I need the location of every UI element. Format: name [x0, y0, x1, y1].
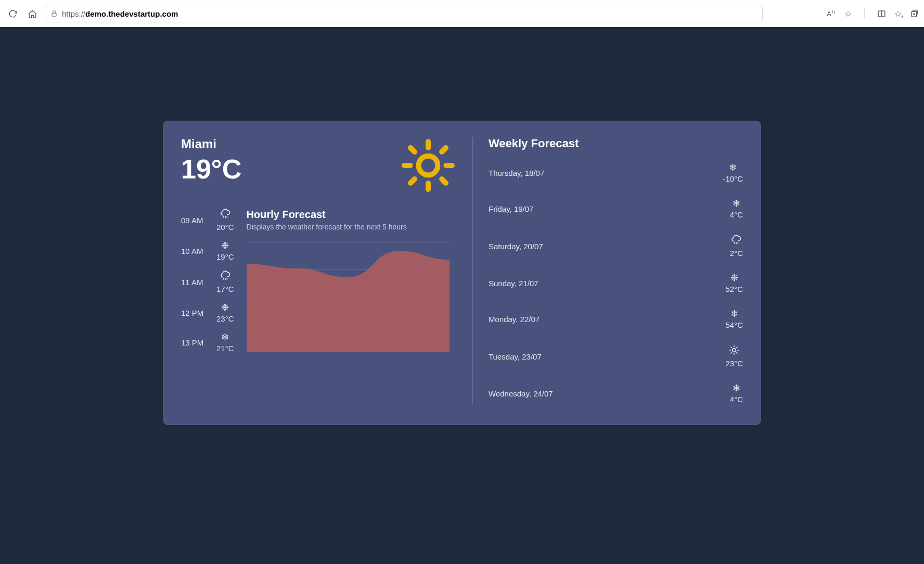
- hourly-item: 13 PM❄21°C: [181, 332, 234, 353]
- hour-time: 11 AM: [181, 278, 208, 287]
- weekly-temp: 23°C: [725, 359, 743, 368]
- svg-point-29: [733, 349, 736, 352]
- weekly-day: Monday, 22/07: [489, 315, 540, 324]
- hourly-item: 09 AM20°C: [181, 209, 234, 232]
- svg-line-9: [410, 148, 415, 152]
- hourly-title: Hourly Forecast: [247, 209, 457, 221]
- split-icon[interactable]: [877, 9, 886, 18]
- hour-time: 10 AM: [181, 247, 208, 255]
- svg-line-36: [731, 353, 732, 353]
- hourly-subtitle: Displays the weather forecast for the ne…: [247, 223, 457, 231]
- hour-time: 13 PM: [181, 338, 208, 347]
- snow-icon: ❄: [221, 332, 229, 342]
- weekly-temp: 4°C: [730, 395, 743, 404]
- hourly-item: 12 PM❉23°C: [181, 303, 234, 323]
- collections-icon[interactable]: [910, 9, 919, 18]
- weekly-day: Tuesday, 23/07: [489, 352, 542, 361]
- hourly-item: 10 AM❉19°C: [181, 241, 234, 261]
- hourly-list: 09 AM20°C10 AM❉19°C11 AM17°C12 PM❉23°C13…: [181, 209, 234, 353]
- weekly-day: Saturday, 20/07: [489, 242, 543, 251]
- weekly-title: Weekly Forecast: [489, 137, 743, 150]
- hourly-item: 11 AM17°C: [181, 271, 234, 293]
- hour-temp: 19°C: [216, 252, 234, 261]
- svg-line-10: [442, 179, 446, 183]
- weekly-temp: 54°C: [725, 321, 743, 329]
- snow-alt-icon: ❉: [221, 241, 229, 250]
- snow-alt-icon: ❉: [730, 273, 738, 283]
- weekly-row: Wednesday, 24/07❄4°C: [489, 383, 743, 404]
- svg-rect-0: [52, 13, 56, 16]
- address-bar[interactable]: https://demo.thedevstartup.com: [45, 5, 763, 22]
- hour-temp: 23°C: [216, 314, 234, 323]
- snow-icon: ❄: [730, 309, 738, 318]
- rain-icon: [220, 271, 230, 283]
- snow-icon: ❄: [729, 163, 737, 172]
- hourly-chart: [247, 242, 450, 352]
- url-text: https://demo.thedevstartup.com: [62, 9, 178, 18]
- hourly-section: 09 AM20°C10 AM❉19°C11 AM17°C12 PM❉23°C13…: [181, 209, 457, 353]
- sunny-icon: [400, 137, 457, 194]
- svg-line-13: [410, 179, 415, 183]
- weekly-row: Tuesday, 23/0723°C: [489, 345, 743, 368]
- chrome-right-icons: Aり ☆ ☆+: [827, 8, 919, 19]
- weekly-day: Wednesday, 24/07: [489, 389, 553, 398]
- favorites-icon[interactable]: ☆+: [894, 9, 902, 19]
- hour-time: 12 PM: [181, 309, 208, 317]
- svg-line-37: [737, 347, 737, 348]
- weekly-row: Thursday, 18/07❄-10°C: [489, 163, 743, 183]
- browser-chrome: https://demo.thedevstartup.com Aり ☆ ☆+: [0, 0, 924, 27]
- weekly-row: Sunday, 21/07❉52°C: [489, 273, 743, 293]
- weekly-row: Friday, 19/07❄4°C: [489, 199, 743, 219]
- snow-alt-icon: ❉: [221, 303, 229, 312]
- hour-temp: 17°C: [216, 285, 234, 293]
- weekly-row: Saturday, 20/072°C: [489, 235, 743, 258]
- text-size-icon[interactable]: Aり: [827, 9, 836, 18]
- weekly-row: Monday, 22/07❄54°C: [489, 309, 743, 329]
- rain-icon: [220, 209, 230, 221]
- svg-line-32: [731, 347, 732, 348]
- snow-icon: ❄: [733, 383, 740, 393]
- weekly-day: Friday, 19/07: [489, 204, 533, 213]
- rain-icon: [731, 235, 741, 247]
- weekly-temp: 2°C: [730, 249, 743, 258]
- weekly-day: Thursday, 18/07: [489, 169, 544, 177]
- weekly-temp: 4°C: [730, 210, 743, 219]
- refresh-icon[interactable]: [5, 6, 20, 21]
- sunny-small-icon: [729, 345, 739, 357]
- hour-temp: 21°C: [216, 344, 234, 353]
- hour-temp: 20°C: [216, 223, 234, 232]
- city-name: Miami: [181, 137, 241, 151]
- hour-time: 09 AM: [181, 216, 208, 225]
- current-temperature: 19°C: [181, 155, 241, 184]
- star-icon[interactable]: ☆: [844, 9, 852, 19]
- home-icon[interactable]: [25, 6, 40, 21]
- snow-icon: ❄: [733, 199, 740, 208]
- svg-line-14: [442, 148, 446, 152]
- svg-line-33: [737, 353, 737, 353]
- weekly-panel: Weekly Forecast Thursday, 18/07❄-10°CFri…: [472, 137, 743, 404]
- lock-icon: [50, 10, 58, 17]
- weekly-temp: -10°C: [723, 174, 743, 183]
- weather-card: Miami 19°C 09 AM20°C10 AM❉19°C11 AM17°C1…: [163, 121, 761, 425]
- weekly-temp: 52°C: [725, 285, 743, 293]
- weekly-list: Thursday, 18/07❄-10°CFriday, 19/07❄4°CSa…: [489, 163, 743, 404]
- current-panel: Miami 19°C 09 AM20°C10 AM❉19°C11 AM17°C1…: [181, 137, 472, 404]
- svg-point-6: [419, 156, 438, 175]
- page-background: Miami 19°C 09 AM20°C10 AM❉19°C11 AM17°C1…: [0, 27, 924, 564]
- weekly-day: Sunday, 21/07: [489, 279, 538, 288]
